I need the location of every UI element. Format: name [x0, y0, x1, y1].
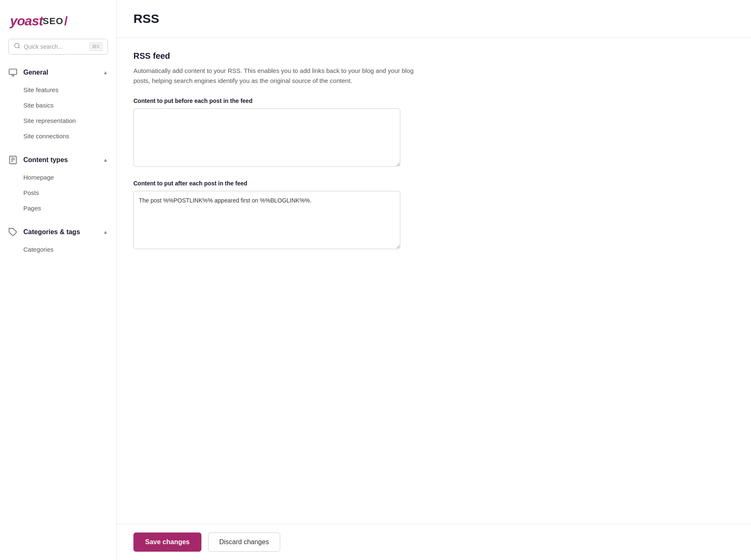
logo-seo-text: SEO [43, 16, 63, 27]
rss-feed-title: RSS feed [133, 51, 734, 61]
sidebar: yoast SEO / Quick search... ⌘K [0, 0, 117, 560]
categories-tags-chevron-icon: ▲ [103, 229, 108, 235]
nav-section-content-types: Content types ▲ Homepage Posts Pages [0, 150, 116, 219]
general-chevron-icon: ▲ [103, 70, 108, 75]
save-button[interactable]: Save changes [133, 532, 201, 552]
after-field-group: Content to put after each post in the fe… [133, 180, 734, 262]
logo: yoast SEO / [10, 13, 106, 29]
content-area: RSS feed Automatically add content to yo… [117, 38, 751, 524]
nav-section-content-types-left: Content types [8, 155, 68, 165]
nav-section-categories-tags-header[interactable]: Categories & tags ▲ [0, 222, 116, 242]
nav-section-content-types-label: Content types [23, 156, 68, 164]
sidebar-item-site-representation[interactable]: Site representation [0, 113, 116, 128]
svg-point-0 [15, 43, 19, 48]
nav-section-general: General ▲ Site features Site basics Site… [0, 63, 116, 147]
general-nav-items: Site features Site basics Site represent… [0, 82, 116, 147]
search-icon [14, 42, 20, 51]
content-types-nav-items: Homepage Posts Pages [0, 170, 116, 219]
sidebar-item-site-features[interactable]: Site features [0, 82, 116, 98]
page-header: RSS [117, 0, 751, 38]
search-shortcut: ⌘K [89, 42, 103, 51]
nav-section-general-left: General [8, 68, 48, 77]
after-field-label: Content to put after each post in the fe… [133, 180, 734, 187]
nav-section-general-label: General [23, 69, 48, 76]
tag-icon [8, 228, 18, 237]
svg-rect-5 [10, 156, 17, 164]
document-icon [8, 155, 18, 165]
monitor-icon [8, 68, 18, 77]
footer-bar: Save changes Discard changes [117, 524, 751, 560]
logo-slash: / [64, 14, 68, 28]
sidebar-item-homepage[interactable]: Homepage [0, 170, 116, 185]
nav-section-general-header[interactable]: General ▲ [0, 63, 116, 82]
svg-line-1 [18, 47, 20, 48]
nav-section-categories-tags: Categories & tags ▲ Categories [0, 222, 116, 260]
nav-section-categories-tags-label: Categories & tags [23, 228, 80, 236]
search-placeholder: Quick search... [24, 43, 86, 50]
search-box[interactable]: Quick search... ⌘K [8, 39, 108, 55]
sidebar-item-posts[interactable]: Posts [0, 185, 116, 200]
before-field-label: Content to put before each post in the f… [133, 98, 734, 104]
sidebar-item-pages[interactable]: Pages [0, 200, 116, 216]
main-content: RSS RSS feed Automatically add content t… [117, 0, 751, 560]
logo-area: yoast SEO / [0, 10, 116, 39]
rss-feed-description: Automatically add content to your RSS. T… [133, 66, 417, 86]
before-field-group: Content to put before each post in the f… [133, 98, 734, 180]
sidebar-item-site-basics[interactable]: Site basics [0, 98, 116, 113]
discard-button[interactable]: Discard changes [208, 532, 280, 552]
page-title: RSS [133, 12, 734, 26]
content-types-chevron-icon: ▲ [103, 157, 108, 163]
nav-section-categories-tags-left: Categories & tags [8, 228, 80, 237]
sidebar-item-categories[interactable]: Categories [0, 242, 116, 257]
sidebar-item-site-connections[interactable]: Site connections [0, 128, 116, 144]
rss-feed-section: RSS feed Automatically add content to yo… [133, 51, 734, 262]
logo-yoast-text: yoast [10, 13, 43, 29]
svg-rect-2 [9, 69, 17, 75]
categories-tags-nav-items: Categories [0, 242, 116, 260]
after-content-textarea[interactable] [133, 191, 400, 249]
before-content-textarea[interactable] [133, 108, 400, 167]
nav-section-content-types-header[interactable]: Content types ▲ [0, 150, 116, 170]
